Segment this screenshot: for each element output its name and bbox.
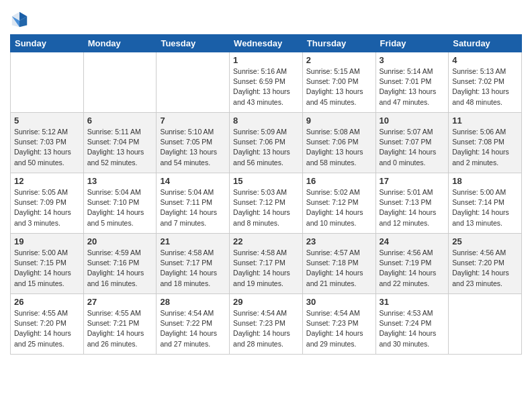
day-cell-2: 2Sunrise: 5:15 AMSunset: 7:00 PMDaylight… — [302, 52, 375, 113]
day-info: Sunrise: 5:00 AMSunset: 7:15 PMDaylight:… — [14, 248, 80, 289]
day-info: Sunrise: 5:02 AMSunset: 7:12 PMDaylight:… — [306, 187, 372, 228]
day-cell-29: 29Sunrise: 4:54 AMSunset: 7:23 PMDayligh… — [230, 294, 303, 355]
day-number: 11 — [452, 116, 518, 126]
day-info: Sunrise: 4:59 AMSunset: 7:16 PMDaylight:… — [87, 248, 153, 289]
day-info: Sunrise: 5:13 AMSunset: 7:02 PMDaylight:… — [452, 66, 518, 107]
day-cell-3: 3Sunrise: 5:14 AMSunset: 7:01 PMDaylight… — [375, 52, 449, 113]
weekday-thursday: Thursday — [302, 35, 375, 52]
day-number: 13 — [87, 176, 153, 186]
day-number: 23 — [306, 236, 372, 246]
day-info: Sunrise: 5:15 AMSunset: 7:00 PMDaylight:… — [306, 66, 372, 107]
day-number: 8 — [233, 116, 299, 126]
day-number: 20 — [87, 236, 153, 246]
week-row-5: 26Sunrise: 4:55 AMSunset: 7:20 PMDayligh… — [11, 294, 522, 355]
day-info: Sunrise: 5:11 AMSunset: 7:04 PMDaylight:… — [87, 127, 153, 168]
day-number: 22 — [233, 236, 299, 246]
day-info: Sunrise: 4:53 AMSunset: 7:24 PMDaylight:… — [380, 308, 445, 349]
day-cell-13: 13Sunrise: 5:04 AMSunset: 7:10 PMDayligh… — [83, 173, 157, 234]
day-number: 4 — [452, 55, 518, 65]
empty-cell — [11, 52, 84, 113]
day-number: 26 — [14, 297, 80, 307]
page-container: SundayMondayTuesdayWednesdayThursdayFrid… — [0, 0, 532, 365]
day-info: Sunrise: 5:01 AMSunset: 7:13 PMDaylight:… — [380, 187, 445, 228]
day-number: 1 — [233, 55, 299, 65]
day-info: Sunrise: 5:09 AMSunset: 7:06 PMDaylight:… — [233, 127, 299, 168]
day-info: Sunrise: 4:54 AMSunset: 7:23 PMDaylight:… — [306, 308, 372, 349]
day-info: Sunrise: 4:55 AMSunset: 7:20 PMDaylight:… — [14, 308, 80, 349]
day-number: 25 — [452, 236, 518, 246]
day-cell-26: 26Sunrise: 4:55 AMSunset: 7:20 PMDayligh… — [11, 294, 84, 355]
day-number: 15 — [233, 176, 299, 186]
day-number: 28 — [160, 297, 226, 307]
day-number: 21 — [160, 236, 226, 246]
day-number: 30 — [306, 297, 372, 307]
empty-cell — [157, 52, 230, 113]
day-cell-31: 31Sunrise: 4:53 AMSunset: 7:24 PMDayligh… — [375, 294, 449, 355]
logo-icon — [10, 10, 29, 29]
day-info: Sunrise: 5:10 AMSunset: 7:05 PMDaylight:… — [160, 127, 226, 168]
day-cell-6: 6Sunrise: 5:11 AMSunset: 7:04 PMDaylight… — [83, 113, 157, 173]
day-cell-11: 11Sunrise: 5:06 AMSunset: 7:08 PMDayligh… — [449, 113, 522, 173]
day-info: Sunrise: 5:12 AMSunset: 7:03 PMDaylight:… — [14, 127, 80, 168]
day-info: Sunrise: 4:58 AMSunset: 7:17 PMDaylight:… — [160, 248, 226, 289]
week-row-4: 19Sunrise: 5:00 AMSunset: 7:15 PMDayligh… — [11, 234, 522, 294]
day-cell-30: 30Sunrise: 4:54 AMSunset: 7:23 PMDayligh… — [302, 294, 375, 355]
day-cell-23: 23Sunrise: 4:57 AMSunset: 7:18 PMDayligh… — [302, 234, 375, 294]
day-cell-28: 28Sunrise: 4:54 AMSunset: 7:22 PMDayligh… — [157, 294, 230, 355]
day-cell-18: 18Sunrise: 5:00 AMSunset: 7:14 PMDayligh… — [449, 173, 522, 234]
day-info: Sunrise: 5:08 AMSunset: 7:06 PMDaylight:… — [306, 127, 372, 168]
day-info: Sunrise: 5:04 AMSunset: 7:11 PMDaylight:… — [160, 187, 226, 228]
weekday-header-row: SundayMondayTuesdayWednesdayThursdayFrid… — [11, 35, 522, 52]
day-info: Sunrise: 5:03 AMSunset: 7:12 PMDaylight:… — [233, 187, 299, 228]
day-number: 5 — [14, 116, 80, 126]
day-info: Sunrise: 5:05 AMSunset: 7:09 PMDaylight:… — [14, 187, 80, 228]
day-info: Sunrise: 4:56 AMSunset: 7:19 PMDaylight:… — [380, 248, 445, 289]
day-info: Sunrise: 4:58 AMSunset: 7:17 PMDaylight:… — [233, 248, 299, 289]
weekday-friday: Friday — [375, 35, 449, 52]
day-number: 7 — [160, 116, 226, 126]
day-cell-24: 24Sunrise: 4:56 AMSunset: 7:19 PMDayligh… — [375, 234, 449, 294]
weekday-sunday: Sunday — [11, 35, 84, 52]
day-number: 31 — [380, 297, 445, 307]
day-cell-4: 4Sunrise: 5:13 AMSunset: 7:02 PMDaylight… — [449, 52, 522, 113]
day-info: Sunrise: 5:14 AMSunset: 7:01 PMDaylight:… — [380, 66, 445, 107]
day-cell-15: 15Sunrise: 5:03 AMSunset: 7:12 PMDayligh… — [230, 173, 303, 234]
empty-cell — [449, 294, 522, 355]
weekday-tuesday: Tuesday — [157, 35, 230, 52]
day-number: 6 — [87, 116, 153, 126]
day-number: 17 — [380, 176, 445, 186]
day-number: 10 — [380, 116, 445, 126]
day-cell-5: 5Sunrise: 5:12 AMSunset: 7:03 PMDaylight… — [11, 113, 84, 173]
day-info: Sunrise: 4:57 AMSunset: 7:18 PMDaylight:… — [306, 248, 372, 289]
day-info: Sunrise: 5:16 AMSunset: 6:59 PMDaylight:… — [233, 66, 299, 107]
day-info: Sunrise: 5:06 AMSunset: 7:08 PMDaylight:… — [452, 127, 518, 168]
day-cell-25: 25Sunrise: 4:56 AMSunset: 7:20 PMDayligh… — [449, 234, 522, 294]
day-cell-21: 21Sunrise: 4:58 AMSunset: 7:17 PMDayligh… — [157, 234, 230, 294]
day-cell-9: 9Sunrise: 5:08 AMSunset: 7:06 PMDaylight… — [302, 113, 375, 173]
day-number: 14 — [160, 176, 226, 186]
week-row-3: 12Sunrise: 5:05 AMSunset: 7:09 PMDayligh… — [11, 173, 522, 234]
day-cell-10: 10Sunrise: 5:07 AMSunset: 7:07 PMDayligh… — [375, 113, 449, 173]
day-number: 24 — [380, 236, 445, 246]
day-cell-27: 27Sunrise: 4:55 AMSunset: 7:21 PMDayligh… — [83, 294, 157, 355]
day-info: Sunrise: 5:04 AMSunset: 7:10 PMDaylight:… — [87, 187, 153, 228]
week-row-2: 5Sunrise: 5:12 AMSunset: 7:03 PMDaylight… — [11, 113, 522, 173]
week-row-1: 1Sunrise: 5:16 AMSunset: 6:59 PMDaylight… — [11, 52, 522, 113]
day-number: 29 — [233, 297, 299, 307]
day-number: 16 — [306, 176, 372, 186]
day-number: 9 — [306, 116, 372, 126]
day-cell-22: 22Sunrise: 4:58 AMSunset: 7:17 PMDayligh… — [230, 234, 303, 294]
day-cell-7: 7Sunrise: 5:10 AMSunset: 7:05 PMDaylight… — [157, 113, 230, 173]
day-number: 19 — [14, 236, 80, 246]
day-info: Sunrise: 4:55 AMSunset: 7:21 PMDaylight:… — [87, 308, 153, 349]
day-cell-19: 19Sunrise: 5:00 AMSunset: 7:15 PMDayligh… — [11, 234, 84, 294]
day-cell-12: 12Sunrise: 5:05 AMSunset: 7:09 PMDayligh… — [11, 173, 84, 234]
day-number: 18 — [452, 176, 518, 186]
day-cell-20: 20Sunrise: 4:59 AMSunset: 7:16 PMDayligh… — [83, 234, 157, 294]
day-number: 3 — [380, 55, 445, 65]
day-cell-14: 14Sunrise: 5:04 AMSunset: 7:11 PMDayligh… — [157, 173, 230, 234]
weekday-wednesday: Wednesday — [230, 35, 303, 52]
day-info: Sunrise: 4:56 AMSunset: 7:20 PMDaylight:… — [452, 248, 518, 289]
weekday-saturday: Saturday — [449, 35, 522, 52]
day-number: 2 — [306, 55, 372, 65]
